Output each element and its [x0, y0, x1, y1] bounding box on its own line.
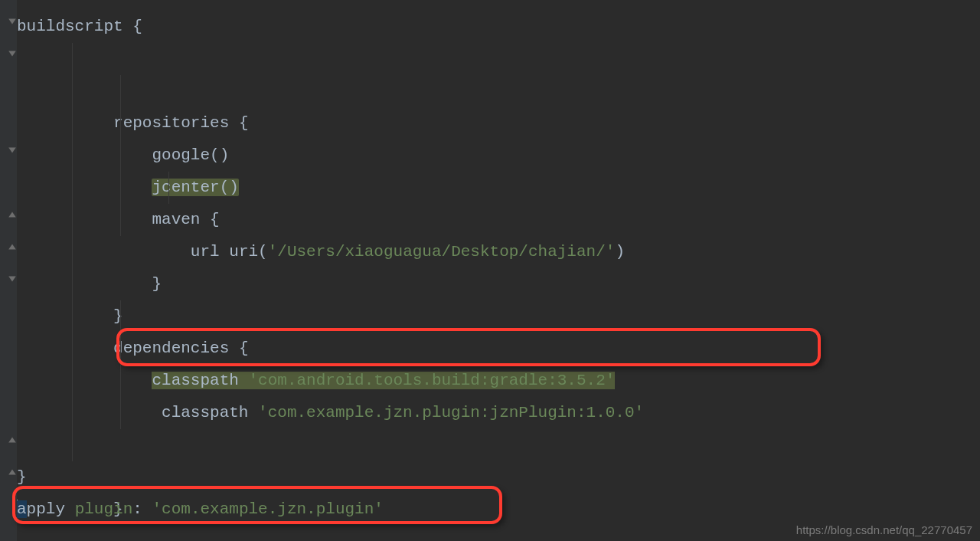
fold-toggle-icon[interactable]: [8, 146, 17, 155]
code-line[interactable]: buildscript {: [17, 11, 980, 43]
code-line[interactable]: [17, 365, 980, 397]
fold-close-icon[interactable]: [8, 242, 17, 251]
code-area[interactable]: buildscript { repositories { google() jc…: [17, 0, 980, 526]
code-line[interactable]: jcenter(): [17, 107, 980, 139]
code-token: plugin: [75, 500, 133, 518]
code-line[interactable]: google(): [17, 75, 980, 107]
code-line[interactable]: repositories {: [17, 43, 980, 75]
code-line[interactable]: url uri('/Users/xiaoguagua/Desktop/chaji…: [17, 172, 980, 204]
fold-close-icon[interactable]: [8, 467, 17, 477]
fold-toggle-icon[interactable]: [8, 49, 17, 58]
gutter: [0, 0, 17, 541]
code-line[interactable]: apply plugin: 'com.example.jzn.plugin': [17, 493, 980, 526]
code-line[interactable]: dependencies {: [17, 268, 980, 300]
brace-token: }: [17, 468, 27, 486]
fold-close-icon[interactable]: [8, 210, 17, 219]
code-line[interactable]: }: [17, 236, 980, 268]
brace-token: {: [132, 18, 142, 35]
fold-close-icon[interactable]: [8, 435, 17, 444]
fold-toggle-icon[interactable]: [8, 17, 17, 26]
code-line[interactable]: }: [17, 429, 980, 461]
code-line[interactable]: classpath 'com.android.tools.build:gradl…: [17, 300, 980, 333]
code-line[interactable]: [17, 397, 980, 429]
code-line[interactable]: maven {: [17, 139, 980, 172]
code-token: :: [132, 500, 152, 518]
code-line[interactable]: classpath 'com.example.jzn.plugin:jznPlu…: [17, 333, 980, 365]
code-token: buildscript: [17, 18, 132, 35]
code-editor[interactable]: buildscript { repositories { google() jc…: [0, 0, 980, 541]
code-line[interactable]: }: [17, 461, 980, 493]
string-token: 'com.example.jzn.plugin': [152, 500, 383, 518]
watermark-text: https://blog.csdn.net/qq_22770457: [796, 523, 972, 536]
fold-toggle-icon[interactable]: [8, 274, 17, 284]
code-line[interactable]: }: [17, 204, 980, 236]
code-token: apply: [17, 500, 75, 518]
